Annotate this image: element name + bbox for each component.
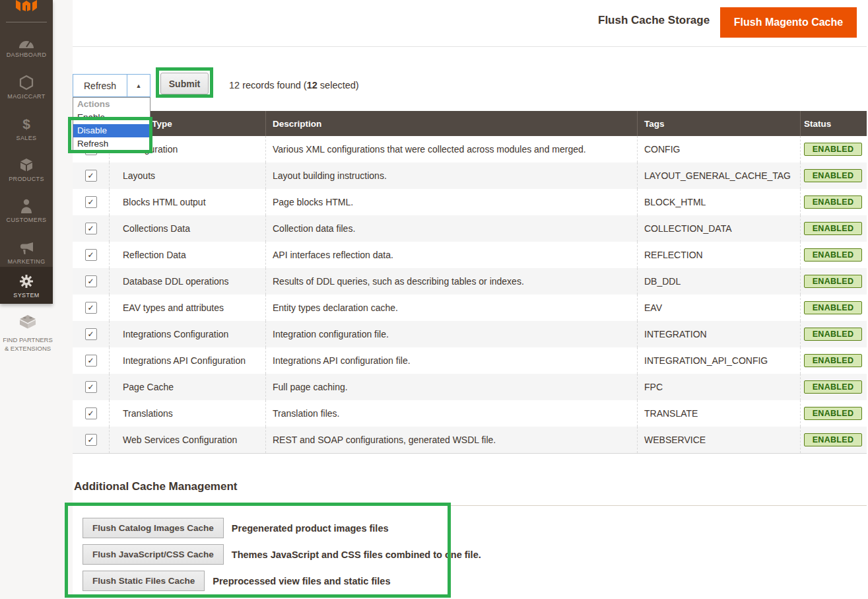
description-cell: Full page caching. [266,374,638,400]
table-row: ✓ Translations Translation files. TRANSL… [73,400,867,427]
tags-cell: FPC [638,374,801,400]
row-checkbox[interactable]: ✓ [85,328,97,340]
tags-cell: CONFIG [638,136,801,162]
sidebar-item-sales[interactable]: $ SALES [0,115,53,141]
row-checkbox[interactable]: ✓ [85,434,97,446]
tags-cell: BLOCK_HTML [638,189,801,215]
partners-label-line1: FIND PARTNERS [0,335,55,344]
cache-type-cell: Layouts [110,162,266,189]
partners-label-line2: & EXTENSIONS [0,344,55,353]
row-checkbox[interactable]: ✓ [85,196,97,208]
row-checkbox[interactable]: ✓ [85,407,97,419]
sidebar-item-label: DASHBOARD [0,52,53,58]
description-cell: API interfaces reflection data. [266,242,638,268]
row-checkbox[interactable]: ✓ [85,275,97,287]
sidebar-item-label: CUSTOMERS [0,217,53,223]
description-cell: Collection data files. [266,215,638,242]
status-badge: ENABLED [804,248,862,262]
status-badge: ENABLED [804,433,862,446]
description-cell: Various XML configurations that were col… [266,136,638,162]
cache-type-cell: Collections Data [110,215,266,242]
checkmark-icon: ✓ [87,172,94,180]
sidebar-item-dashboard[interactable]: DASHBOARD [0,32,53,58]
cache-type-cell: Integrations API Configuration [110,347,266,374]
sidebar-item-label: SALES [0,135,53,141]
dropdown-option-refresh[interactable]: Refresh [73,137,150,151]
row-checkbox[interactable]: ✓ [85,223,97,234]
select-open-indicator[interactable]: ▲ [127,75,150,96]
sidebar-item-find-partners[interactable]: FIND PARTNERS & EXTENSIONS [0,312,55,353]
status-badge: ENABLED [804,222,862,235]
table-row: ✓ Configuration Various XML configuratio… [73,136,867,162]
mass-action-select[interactable]: Refresh ▲ [73,74,150,97]
checkmark-icon: ✓ [87,409,94,417]
records-count-text: 12 records found (12 selected) [229,80,359,90]
table-row: ✓ Integrations API Configuration Integra… [73,347,867,374]
row-checkbox[interactable]: ✓ [85,355,97,367]
tags-cell: EAV [638,295,801,321]
cache-type-cell: Blocks HTML output [110,189,266,215]
flush-js-css-button[interactable]: Flush JavaScript/CSS Cache [83,544,224,565]
gear-icon [0,272,53,289]
row-checkbox[interactable]: ✓ [85,249,97,261]
sidebar-item-products[interactable]: PRODUCTS [0,156,53,182]
table-row: ✓ Collections Data Collection data files… [73,215,867,242]
flush-catalog-images-button[interactable]: Flush Catalog Images Cache [83,518,224,538]
table-row: ✓ EAV types and attributes Entity types … [73,295,867,321]
header-tags[interactable]: Tags [638,111,801,136]
row-checkbox[interactable]: ✓ [85,302,97,314]
status-badge: ENABLED [804,354,862,367]
table-row: ✓ Database DDL operations Results of DDL… [73,268,867,295]
row-checkbox[interactable]: ✓ [85,170,97,182]
description-cell: Entity types declaration cache. [266,295,638,321]
tags-cell: INTEGRATION [638,321,801,347]
cache-type-cell: Database DDL operations [110,268,266,295]
row-checkbox[interactable]: ✓ [85,381,97,393]
dropdown-option-enable[interactable]: Enable [73,111,150,124]
cache-action-description: Pregenerated product images files [232,523,389,534]
hexagon-icon [0,73,53,90]
flush-cache-storage-button[interactable]: Flush Cache Storage [594,13,714,28]
cache-action-description: Preprocessed view files and static files [213,576,390,586]
description-cell: REST and SOAP configurations, generated … [266,427,638,453]
tags-cell: COLLECTION_DATA [638,215,801,242]
table-row: ✓ Layouts Layout building instructions. … [73,162,867,189]
flush-magento-cache-button[interactable]: Flush Magento Cache [720,7,857,38]
flush-static-files-button[interactable]: Flush Static Files Cache [83,571,205,591]
cache-management-page: DASHBOARD MAGICCART $ SALES PRODUCTS CUS… [0,0,868,599]
checkmark-icon: ✓ [87,225,94,232]
sidebar-item-customers[interactable]: CUSTOMERS [0,197,53,223]
tags-cell: WEBSERVICE [638,427,801,453]
submit-button[interactable]: Submit [160,73,209,94]
table-row: ✓ Integrations Configuration Integration… [73,321,867,347]
status-badge: ENABLED [804,195,862,209]
status-badge: ENABLED [804,407,862,420]
status-badge: ENABLED [804,328,862,341]
description-cell: Translation files. [266,400,638,427]
sidebar-item-system[interactable]: SYSTEM [0,267,53,304]
header-description[interactable]: Description [266,111,638,136]
checkmark-icon: ✓ [87,198,94,206]
person-icon [0,197,53,214]
cache-action-row: Flush JavaScript/CSS Cache Themes JavaSc… [83,544,481,565]
sidebar-item-label: SYSTEM [0,292,53,299]
sidebar-item-magiccart[interactable]: MAGICCART [0,73,53,100]
header-status[interactable]: Status [801,111,867,136]
cache-type-cell: Translations [110,400,266,427]
description-cell: Layout building instructions. [266,162,638,189]
checkmark-icon: ✓ [87,251,94,259]
status-badge: ENABLED [804,380,862,394]
magento-logo-icon[interactable] [13,0,40,11]
checkmark-icon: ✓ [87,383,94,391]
status-badge: ENABLED [804,169,862,182]
admin-sidebar: DASHBOARD MAGICCART $ SALES PRODUCTS CUS… [0,0,53,304]
tags-cell: INTEGRATION_API_CONFIG [638,347,801,374]
cache-type-cell: EAV types and attributes [110,295,266,321]
status-badge: ENABLED [804,143,862,156]
table-row: ✓ Blocks HTML output Page blocks HTML. B… [73,189,867,215]
sidebar-item-label: PRODUCTS [0,176,53,182]
sidebar-item-marketing[interactable]: MARKETING [0,238,53,265]
megaphone-icon [0,238,53,256]
checkmark-icon: ✓ [87,330,94,338]
dropdown-option-disable[interactable]: Disable [73,124,150,137]
